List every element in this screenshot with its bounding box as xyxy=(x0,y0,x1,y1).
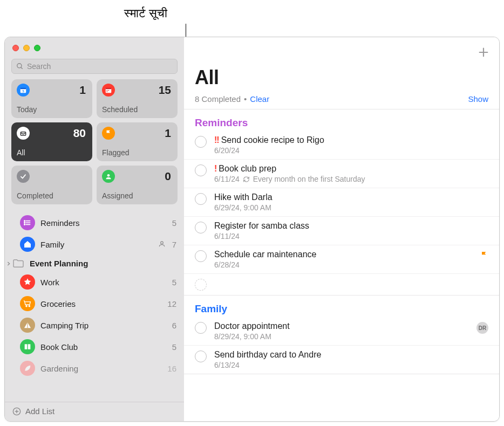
reminder-title: Hike with Darla xyxy=(214,193,273,202)
search-input[interactable] xyxy=(27,62,173,71)
sidebar-list-reminders[interactable]: Reminders5 xyxy=(5,212,184,233)
complete-checkbox[interactable] xyxy=(195,222,207,233)
new-reminder-button[interactable] xyxy=(476,45,491,59)
svg-point-20 xyxy=(29,306,30,307)
complete-checkbox[interactable] xyxy=(195,164,207,176)
minimize-window-button[interactable] xyxy=(23,45,30,51)
smart-count-assigned: 0 xyxy=(165,170,171,183)
smart-card-all[interactable]: 80 All xyxy=(11,122,92,161)
reminder-title: Book club prep xyxy=(219,164,276,174)
title-row: All xyxy=(184,63,499,94)
assignee-avatar: DR xyxy=(476,322,488,334)
complete-checkbox[interactable] xyxy=(195,351,207,362)
reminder-row[interactable]: Doctor appointment 8/29/24, 9:00 AM DR xyxy=(184,317,499,346)
sidebar-footer: Add List xyxy=(5,402,184,421)
list-name: Family xyxy=(40,240,153,249)
home-icon xyxy=(20,237,35,252)
smart-card-flagged[interactable]: 1 Flagged xyxy=(97,122,178,161)
list-count: 5 xyxy=(172,342,176,352)
flagged-icon xyxy=(102,127,115,140)
sidebar: 5 1 Today 15 Scheduled 80 All 1 Flagged … xyxy=(5,37,184,421)
smart-label-scheduled: Scheduled xyxy=(102,105,171,114)
reminder-date: 6/11/24 xyxy=(214,175,240,183)
flag-icon xyxy=(480,251,488,262)
svg-point-19 xyxy=(26,306,27,307)
smart-count-flagged: 1 xyxy=(165,127,171,140)
clear-completed-button[interactable]: Clear xyxy=(250,94,269,104)
annotation-smart-list-label: स्मार्ट सूची xyxy=(124,6,167,20)
folder-icon xyxy=(12,258,24,268)
svg-rect-8 xyxy=(108,90,109,91)
complete-checkbox[interactable] xyxy=(195,136,207,148)
smart-list-grid: 5 1 Today 15 Scheduled 80 All 1 Flagged … xyxy=(5,79,184,210)
smart-label-all: All xyxy=(17,148,86,157)
svg-point-0 xyxy=(17,64,22,68)
completed-count: 8 Completed xyxy=(195,94,241,104)
reminder-date: 6/11/24 xyxy=(214,232,240,241)
reminder-row[interactable]: Register for samba class 6/11/24 xyxy=(184,217,499,245)
sidebar-list-family[interactable]: Family7 xyxy=(5,233,184,255)
sidebar-list-book-club[interactable]: Book Club5 xyxy=(5,336,184,358)
svg-line-1 xyxy=(21,67,23,69)
fullscreen-window-button[interactable] xyxy=(34,45,40,51)
smart-count-today: 1 xyxy=(79,84,86,97)
smart-card-completed[interactable]: Completed xyxy=(11,166,92,204)
complete-checkbox-placeholder[interactable] xyxy=(195,279,207,291)
completed-row: 8 Completed • Clear Show xyxy=(184,94,499,109)
sections-container: Reminders !!Send cookie recipe to Rigo 6… xyxy=(184,109,499,374)
list-count: 5 xyxy=(172,278,176,287)
reminder-row[interactable]: !Book club prep 6/11/24Every month on th… xyxy=(184,160,499,188)
reminder-row[interactable]: Hike with Darla 6/29/24, 9:00 AM xyxy=(184,188,499,217)
reminder-date: 6/28/24 xyxy=(214,260,240,269)
reminder-row[interactable]: Schedule car maintenance 6/28/24 xyxy=(184,245,499,274)
tent-icon xyxy=(20,318,35,333)
list-name: Work xyxy=(40,278,167,287)
scheduled-icon xyxy=(102,84,115,97)
shared-icon xyxy=(158,240,166,249)
list-name: Gardening xyxy=(40,364,162,373)
svg-rect-7 xyxy=(107,90,108,91)
smart-label-today: Today xyxy=(17,105,86,114)
list-count: 5 xyxy=(172,218,176,228)
new-reminder-placeholder[interactable] xyxy=(184,274,499,296)
reminder-date: 6/13/24 xyxy=(214,361,240,369)
show-completed-button[interactable]: Show xyxy=(468,94,488,104)
plus-circle-icon xyxy=(12,407,21,416)
today-icon: 5 xyxy=(17,84,30,97)
reminder-title: Register for samba class xyxy=(214,221,309,231)
reminder-date: 8/29/24, 9:00 AM xyxy=(214,332,271,341)
smart-label-completed: Completed xyxy=(17,191,86,200)
star-icon xyxy=(20,274,35,290)
sidebar-list-work[interactable]: Work5 xyxy=(5,271,184,293)
close-window-button[interactable] xyxy=(12,45,19,51)
list-name: Reminders xyxy=(40,218,167,228)
page-title: All xyxy=(195,66,488,89)
complete-checkbox[interactable] xyxy=(195,193,207,205)
list-count: 16 xyxy=(167,364,176,373)
list-count: 12 xyxy=(167,299,176,308)
smart-card-today[interactable]: 5 1 Today xyxy=(11,79,92,118)
svg-point-16 xyxy=(24,222,25,223)
svg-point-11 xyxy=(107,174,110,177)
main-panel: All 8 Completed • Clear Show Reminders !… xyxy=(184,37,499,421)
section-title-family: Family xyxy=(184,301,499,317)
section-family: Family Doctor appointment 8/29/24, 9:00 … xyxy=(184,296,499,374)
smart-card-scheduled[interactable]: 15 Scheduled xyxy=(97,79,178,118)
window-controls xyxy=(5,37,184,57)
reminder-row[interactable]: Send birthday card to Andre 6/13/24 xyxy=(184,346,499,374)
sidebar-list-groceries[interactable]: Groceries12 xyxy=(5,293,184,314)
plus-icon xyxy=(478,46,489,58)
complete-checkbox[interactable] xyxy=(195,250,207,262)
search-field[interactable] xyxy=(11,59,178,74)
sidebar-list-gardening[interactable]: Gardening16 xyxy=(5,358,184,379)
smart-card-assigned[interactable]: 0 Assigned xyxy=(97,166,178,204)
add-list-button[interactable]: Add List xyxy=(25,407,55,416)
sidebar-list-event-planning[interactable]: Event Planning xyxy=(5,255,184,271)
list-name: Book Club xyxy=(40,342,167,352)
list-count: 6 xyxy=(172,321,176,330)
smart-count-scheduled: 15 xyxy=(159,84,171,97)
reminder-row[interactable]: !!Send cookie recipe to Rigo 6/20/24 xyxy=(184,131,499,160)
sidebar-list-camping-trip[interactable]: Camping Trip6 xyxy=(5,314,184,336)
reminder-date: 6/29/24, 9:00 AM xyxy=(214,203,271,212)
complete-checkbox[interactable] xyxy=(195,322,207,334)
